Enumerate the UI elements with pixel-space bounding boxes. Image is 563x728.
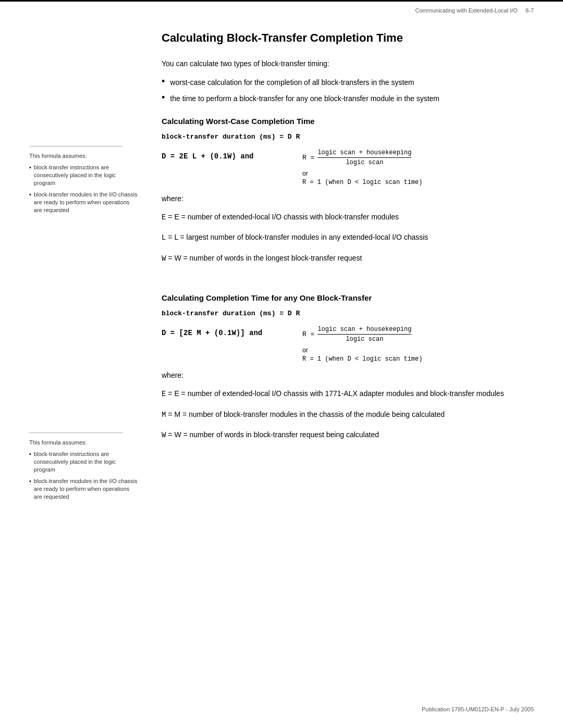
section1-fraction-row: R = logic scan + housekeeping logic scan (302, 149, 411, 166)
header-text: Communicating with Extended-Local I/O 8-… (415, 7, 534, 14)
section1-def-E: E = E = number of extended-local I/O cha… (162, 211, 534, 223)
section1-numerator: logic scan + housekeeping (317, 149, 411, 158)
bullet-icon-2a: • (29, 451, 31, 457)
main-content: Calculating Block-Transfer Completion Ti… (162, 31, 534, 449)
sidebar-bullet-1a: • block-transfer instructions are consec… (29, 164, 139, 188)
sidebar-divider-1 (29, 146, 123, 146)
sidebar-section-1: This formula assumes: • block-transfer i… (29, 146, 139, 236)
footer-text: Publication 1785-UM012D-EN-P - July 2005 (422, 706, 534, 712)
intro-paragraph: You can calculate two types of block-tra… (162, 59, 534, 68)
section2-def-M: M = M = number of block-transfer modules… (162, 409, 534, 421)
sidebar-bullet-text-2a: block-transfer instructions are consecut… (34, 450, 139, 474)
section2-r-label: R = (302, 330, 314, 338)
intro-bullet-text-1: worst-case calculation for the completio… (170, 77, 414, 88)
section2-code-line: block-transfer duration (ms) = D R (162, 310, 534, 317)
section2-or: or (302, 347, 422, 354)
section1-def-L: L = L = largest number of block-transfer… (162, 231, 534, 243)
sidebar-divider-2 (29, 433, 123, 433)
sidebar-content-2: This formula assumes: • block-transfer i… (29, 433, 139, 501)
sidebar-bullet-text-1b: block-transfer modules in the I/O chassi… (34, 191, 139, 215)
section2-def-W: W = W = number of words in block-transfe… (162, 429, 534, 441)
section2-where: where: (162, 371, 534, 379)
page: Communicating with Extended-Local I/O 8-… (0, 0, 563, 728)
intro-bullets: • worst-case calculation for the complet… (162, 77, 534, 104)
sidebar-section-2: This formula assumes: • block-transfer i… (29, 433, 139, 522)
section2-var-W: W (162, 431, 166, 439)
bullet-icon-1b: • (29, 191, 31, 198)
intro-bullet-2: • the time to perform a block-transfer f… (162, 93, 534, 104)
sidebar-bullet-2b: • block-transfer modules in the I/O chas… (29, 477, 139, 501)
sidebar-content-1: This formula assumes: • block-transfer i… (29, 146, 139, 215)
sidebar-bullet-2a: • block-transfer instructions are consec… (29, 450, 139, 474)
intro-bullet-1: • worst-case calculation for the complet… (162, 77, 534, 88)
section2-fraction: R = logic scan + housekeeping logic scan (302, 326, 422, 343)
section2-formula: D = [2E M + (0.1W)] and R = logic scan +… (162, 326, 534, 363)
section1-fraction-wrapper: logic scan + housekeeping logic scan (317, 149, 411, 166)
section1-fraction: R = logic scan + housekeeping logic scan (302, 149, 422, 166)
section1-denominator: logic scan (346, 159, 383, 166)
sidebar-title-2: This formula assumes: (29, 438, 139, 447)
section2-formula-right: R = logic scan + housekeeping logic scan… (302, 326, 422, 363)
section1-def-W: W = W = number of words in the longest b… (162, 252, 534, 264)
section2-formula-left: D = [2E M + (0.1W)] and (162, 326, 292, 337)
section1-formula-left: D = 2E L + (0.1W) and (162, 149, 292, 161)
section2-heading: Calculating Completion Time for any One … (162, 293, 534, 302)
section1-var-W: W (162, 254, 166, 263)
sidebar-bullet-text-1a: block-transfer instructions are consecut… (34, 164, 139, 188)
page-title: Calculating Block-Transfer Completion Ti… (162, 31, 534, 45)
sidebar-title-1: This formula assumes: (29, 152, 139, 161)
intro-bullet-text-2: the time to perform a block-transfer for… (170, 93, 439, 104)
section1-code-line: block-transfer duration (ms) = D R (162, 133, 534, 141)
section1-formula-right: R = logic scan + housekeeping logic scan… (302, 149, 422, 186)
section2-fraction-row: R = logic scan + housekeeping logic scan (302, 326, 411, 343)
bullet-icon-1a: • (29, 164, 31, 170)
sidebar-bullet-1b: • block-transfer modules in the I/O chas… (29, 191, 139, 215)
section1-heading: Calculating Worst-Case Completion Time (162, 117, 534, 126)
sidebar-bullet-text-2b: block-transfer modules in the I/O chassi… (34, 477, 139, 501)
section1-where: where: (162, 194, 534, 203)
section2-def-E-text: E = E = number of extended-local I/O cha… (162, 388, 534, 400)
bullet-icon-2b: • (29, 478, 31, 484)
section2-r-one: R = 1 (when D < logic scan time) (302, 355, 422, 363)
section2-var-E: E (162, 390, 166, 398)
section2-def-E: E = E = number of extended-local I/O cha… (162, 388, 534, 400)
header-bar (0, 0, 563, 2)
section1-or: or (302, 170, 422, 177)
section2-def-M-text: M = M = number of block-transfer modules… (162, 409, 534, 421)
section1-def-W-text: W = W = number of words in the longest b… (162, 252, 534, 264)
section1-def-L-text: L = L = largest number of block-transfer… (162, 231, 534, 243)
section1-r-one: R = 1 (when D < logic scan time) (302, 179, 422, 186)
section2-numerator: logic scan + housekeeping (317, 326, 411, 335)
section1-var-L: L (162, 233, 166, 242)
bullet-dot-2: • (162, 92, 165, 103)
section2-fraction-wrapper: logic scan + housekeeping logic scan (317, 326, 411, 343)
section1-def-E-text: E = E = number of extended-local I/O cha… (162, 211, 534, 223)
section1-formula: D = 2E L + (0.1W) and R = logic scan + h… (162, 149, 534, 186)
section2-var-M: M (162, 411, 166, 419)
section1-var-E: E (162, 213, 166, 221)
section2-def-W-text: W = W = number of words in block-transfe… (162, 429, 534, 441)
section1-r-label: R = (302, 154, 314, 162)
bullet-dot-1: • (162, 76, 165, 87)
section2-denominator: logic scan (346, 336, 383, 343)
section-divider (162, 273, 534, 288)
